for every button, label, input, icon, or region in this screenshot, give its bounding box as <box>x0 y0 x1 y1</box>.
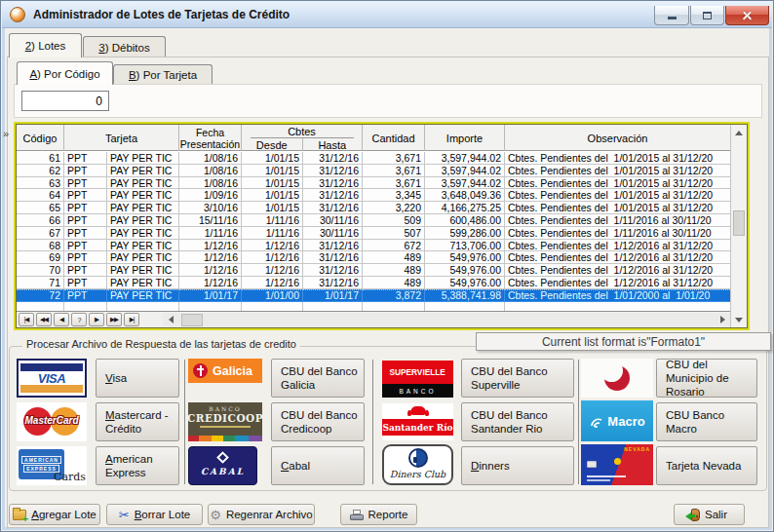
grid-nav-button[interactable]: ▶ <box>89 313 104 326</box>
grid-nav-button[interactable]: ? <box>71 313 87 326</box>
column-header-tarjeta[interactable]: Tarjeta <box>64 125 179 151</box>
cbu-rosario-button[interactable]: CBU del Municipio de Rosario <box>656 359 757 398</box>
rosario-swoosh-icon <box>604 365 630 391</box>
cell-tarjeta-codigo: PPT <box>64 264 107 277</box>
agregar-lote-button[interactable]: + Agregar Lote <box>9 504 100 525</box>
column-header-cbtes[interactable]: Cbtes Desde Hasta <box>242 125 363 151</box>
cell-observacion: Cbtes. Pendientes del 1/11/2016 al 30/11… <box>505 227 730 240</box>
macro-wifi-icon <box>589 415 604 428</box>
visa-button[interactable]: Visa <box>96 359 179 398</box>
cell-tarjeta-nombre: PAY PER TIC <box>107 165 179 177</box>
column-header-hasta[interactable]: Hasta <box>303 138 363 151</box>
cell-hasta: 31/12/16 <box>303 152 363 165</box>
cell-codigo: 63 <box>17 177 64 190</box>
close-button[interactable] <box>725 6 769 25</box>
table-row[interactable]: 71 PPT PAY PER TIC 1/12/16 1/12/16 31/12… <box>17 277 730 289</box>
lote-code-input[interactable] <box>21 91 109 111</box>
grid-nav-button[interactable]: ◀ <box>54 313 69 326</box>
cell-tarjeta-nombre: PAY PER TIC <box>107 289 179 302</box>
galicia-cross-icon <box>193 363 208 378</box>
cell-hasta: 31/12/16 <box>303 264 363 277</box>
cell-codigo: 67 <box>17 227 64 240</box>
cell-hasta: 31/12/16 <box>303 202 363 214</box>
group-divider <box>578 360 579 484</box>
window-title: Administrador de Lotes de Tarjetas de Cr… <box>33 8 290 21</box>
subtab-por-tarjeta[interactable]: B) Por Tarjeta <box>113 64 213 85</box>
mastercard-button[interactable]: Mastercard - Crédito <box>96 402 179 441</box>
cell-tarjeta-nombre: PAY PER TIC <box>107 214 179 227</box>
table-row[interactable]: 61 PPT PAY PER TIC 1/08/16 1/01/15 31/12… <box>17 152 730 165</box>
cbu-santander-button[interactable]: CBU del Banco Santander Rio <box>461 402 574 441</box>
table-row[interactable]: 67 PPT PAY PER TIC 1/11/16 1/11/16 30/11… <box>17 227 730 240</box>
table-row[interactable]: 66 PPT PAY PER TIC 15/11/16 1/11/16 30/1… <box>17 214 730 227</box>
horizontal-scrollbar[interactable] <box>163 313 730 326</box>
cell-cantidad: 3,872 <box>363 289 425 302</box>
cell-observacion: Cbtes. Pendientes del 1/01/2015 al 31/12… <box>505 152 730 165</box>
cell-importe: 5,388,741.98 <box>425 289 505 302</box>
collapse-chevron-icon[interactable]: » <box>3 128 9 139</box>
cell-codigo: 61 <box>17 152 64 165</box>
table-row[interactable]: 69 PPT PAY PER TIC 1/12/16 1/12/16 31/12… <box>17 251 730 264</box>
cell-importe: 3,597,944.02 <box>425 152 505 165</box>
cbu-galicia-button[interactable]: CBU del Banco Galicia <box>271 359 365 398</box>
cell-importe: 4,166,275.25 <box>425 202 505 214</box>
scroll-down-icon[interactable] <box>731 312 747 327</box>
cell-hasta: 31/12/16 <box>303 240 363 252</box>
vertical-scrollbar[interactable] <box>730 125 747 327</box>
add-folder-icon: + <box>13 510 26 520</box>
vertical-scroll-thumb[interactable] <box>733 210 745 236</box>
subtab-por-codigo[interactable]: A) Por Código <box>17 61 113 85</box>
borrar-lote-button[interactable]: ✂ Borrar Lote <box>106 504 203 525</box>
maximize-icon <box>703 12 712 19</box>
santander-flame-icon <box>410 406 426 415</box>
cell-hasta: 31/12/16 <box>303 189 363 202</box>
cbu-credicoop-button[interactable]: CBU del Banco Credicoop <box>271 402 365 441</box>
regenerar-archivo-button[interactable]: ⚙ Regenrar Archivo <box>208 504 315 525</box>
cell-tarjeta-codigo: PPT <box>64 189 107 202</box>
minimize-button[interactable] <box>654 6 689 25</box>
cell-tarjeta-codigo: PPT <box>64 251 107 264</box>
table-row[interactable]: 62 PPT PAY PER TIC 1/08/16 1/01/15 31/12… <box>17 165 730 177</box>
cell-desde: 1/01/15 <box>242 165 303 177</box>
grid-nav-button[interactable]: ◀◀ <box>36 313 52 326</box>
tab-lotes[interactable]: 2) Lotes <box>9 33 82 57</box>
scroll-left-icon[interactable] <box>163 313 178 326</box>
column-header-fecha[interactable]: Fecha Presentación <box>179 125 242 151</box>
cell-observacion: Cbtes. Pendientes del 1/01/2015 al 31/12… <box>505 165 730 177</box>
mastercard-logo: MasterCard <box>17 402 87 441</box>
column-header-desde[interactable]: Desde <box>242 138 303 151</box>
cell-importe: 549,976.00 <box>425 277 505 289</box>
cell-tarjeta-nombre: PAY PER TIC <box>107 240 179 252</box>
reporte-button[interactable]: Reporte <box>340 504 417 525</box>
table-row[interactable]: 65 PPT PAY PER TIC 3/10/16 1/01/15 31/12… <box>17 202 730 214</box>
tab-debitos[interactable]: 3) Débitos <box>83 36 166 57</box>
column-header-cantidad[interactable]: Cantidad <box>363 125 425 151</box>
dinners-button[interactable]: Dinners <box>461 446 574 485</box>
grid-nav-button[interactable]: |◀ <box>19 313 34 326</box>
salir-button[interactable]: Salir <box>674 504 745 525</box>
cbu-macro-button[interactable]: CBU Banco Macro <box>656 402 757 441</box>
column-header-codigo[interactable]: Código <box>17 125 64 151</box>
cell-importe: 3,648,049.36 <box>425 189 505 202</box>
american-express-button[interactable]: American Express <box>96 446 179 485</box>
cell-tarjeta-codigo: PPT <box>64 214 107 227</box>
table-row[interactable]: 68 PPT PAY PER TIC 1/12/16 1/12/16 31/12… <box>17 240 730 252</box>
grid-nav-button[interactable]: ▶▶ <box>106 313 122 326</box>
maximize-button[interactable] <box>690 6 724 25</box>
scroll-right-icon[interactable] <box>715 313 730 326</box>
scroll-up-icon[interactable] <box>731 125 747 140</box>
horizontal-scroll-thumb[interactable] <box>181 314 203 326</box>
table-row[interactable]: 72 PPT PAY PER TIC 1/01/17 1/01/00 1/01/… <box>17 289 730 302</box>
table-row[interactable]: 64 PPT PAY PER TIC 1/09/16 1/01/15 31/12… <box>17 189 730 202</box>
cbu-supervielle-button[interactable]: CBU del Banco Superville <box>461 359 574 398</box>
grid-nav-button[interactable]: ▶| <box>124 313 139 326</box>
cell-cantidad: 3,345 <box>363 189 425 202</box>
tarjeta-nevada-button[interactable]: Tarjeta Nevada <box>656 446 757 485</box>
column-header-observacion[interactable]: Observación <box>505 125 730 151</box>
table-row[interactable]: 63 PPT PAY PER TIC 1/08/16 1/01/15 31/12… <box>17 177 730 190</box>
cell-fecha-presentacion: 1/12/16 <box>179 251 242 264</box>
cell-tarjeta-nombre: PAY PER TIC <box>107 177 179 190</box>
table-row[interactable]: 70 PPT PAY PER TIC 1/12/16 1/12/16 31/12… <box>17 264 730 277</box>
column-header-importe[interactable]: Importe <box>425 125 505 151</box>
cabal-button[interactable]: Cabal <box>271 446 365 485</box>
